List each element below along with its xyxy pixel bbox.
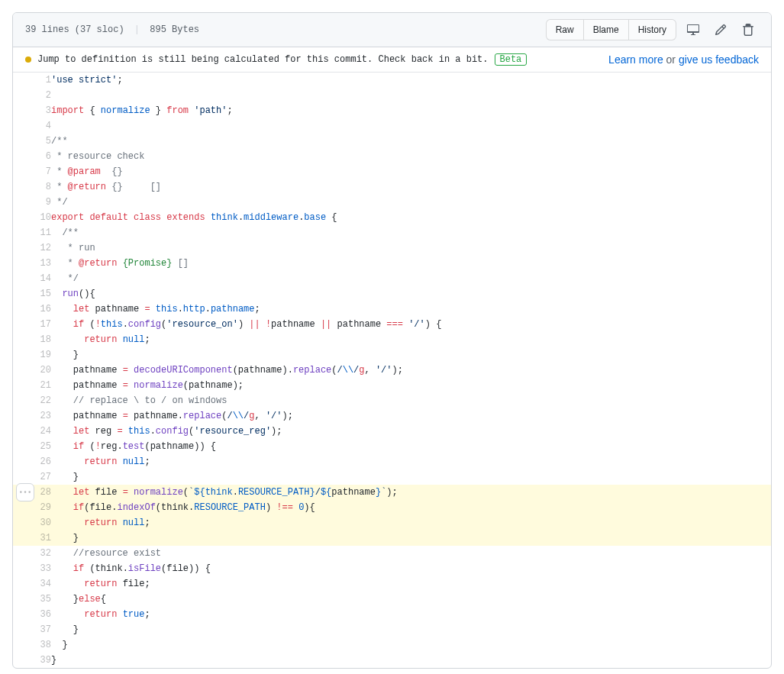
line-number[interactable]: 30 [13, 515, 51, 530]
code-line: 39} [13, 653, 771, 668]
line-number[interactable]: 36 [13, 607, 51, 622]
line-number[interactable]: 25 [13, 439, 51, 454]
line-content[interactable]: pathname = decodeURIComponent(pathname).… [51, 363, 771, 378]
line-number[interactable]: 20 [13, 363, 51, 378]
line-content[interactable]: */ [51, 271, 771, 286]
code-line: 20 pathname = decodeURIComponent(pathnam… [13, 363, 771, 378]
line-content[interactable]: let pathname = this.http.pathname; [51, 302, 771, 317]
line-number[interactable]: 29 [13, 500, 51, 515]
line-number[interactable]: 1 [13, 73, 51, 88]
line-content[interactable]: * @param {} [51, 164, 771, 179]
line-content[interactable]: 'use strict'; [51, 73, 771, 88]
trash-icon[interactable] [737, 19, 759, 40]
raw-button[interactable]: Raw [546, 19, 584, 40]
line-content[interactable]: if (think.isFile(file)) { [51, 561, 771, 576]
status-dot-icon [25, 56, 31, 63]
line-content[interactable]: * @return {} [] [51, 179, 771, 195]
line-number[interactable]: 32 [13, 546, 51, 561]
learn-more-link[interactable]: Learn more [608, 53, 663, 66]
code-line: 37 } [13, 622, 771, 637]
line-content[interactable]: */ [51, 195, 771, 210]
line-number[interactable]: 10 [13, 210, 51, 225]
line-content[interactable]: }else{ [51, 592, 771, 607]
line-number[interactable]: 24 [13, 424, 51, 439]
line-number[interactable]: 3 [13, 103, 51, 118]
line-number[interactable]: 18 [13, 332, 51, 347]
line-content[interactable]: return null; [51, 515, 771, 530]
line-content[interactable]: return null; [51, 332, 771, 347]
line-number[interactable]: 27 [13, 469, 51, 485]
line-number[interactable]: 19 [13, 347, 51, 363]
line-number[interactable]: 16 [13, 302, 51, 317]
line-content[interactable]: } [51, 530, 771, 546]
line-number[interactable]: 33 [13, 561, 51, 576]
line-content[interactable]: if (!reg.test(pathname)) { [51, 439, 771, 454]
line-content[interactable]: return true; [51, 607, 771, 622]
line-number[interactable]: 15 [13, 286, 51, 302]
line-number[interactable]: 14 [13, 271, 51, 286]
file-actions: Raw Blame History [546, 19, 759, 40]
line-number[interactable]: 5 [13, 134, 51, 149]
line-content[interactable]: run(){ [51, 286, 771, 302]
feedback-link[interactable]: give us feedback [679, 53, 759, 66]
line-content[interactable]: //resource exist [51, 546, 771, 561]
code-line: 35 }else{ [13, 592, 771, 607]
line-number[interactable]: 31 [13, 530, 51, 546]
code-line: 38 } [13, 637, 771, 653]
line-number[interactable]: 28 [13, 485, 51, 500]
line-number[interactable]: 34 [13, 576, 51, 592]
line-number[interactable]: 6 [13, 149, 51, 164]
line-number[interactable]: 9 [13, 195, 51, 210]
code-line: 15 run(){ [13, 286, 771, 302]
line-content[interactable]: return null; [51, 454, 771, 469]
line-content[interactable] [51, 118, 771, 134]
line-content[interactable]: // replace \ to / on windows [51, 393, 771, 408]
line-content[interactable]: * @return {Promise} [] [51, 256, 771, 271]
code-table: 1'use strict';23import { normalize } fro… [13, 73, 771, 668]
line-number[interactable]: 35 [13, 592, 51, 607]
line-number[interactable]: 22 [13, 393, 51, 408]
blame-button[interactable]: Blame [584, 19, 629, 40]
line-content[interactable]: let reg = this.config('resource_reg'); [51, 424, 771, 439]
line-number[interactable]: 38 [13, 637, 51, 653]
line-number[interactable]: 11 [13, 225, 51, 240]
code-line: 2 [13, 88, 771, 103]
line-content[interactable]: } [51, 637, 771, 653]
pencil-icon[interactable] [710, 19, 731, 40]
line-content[interactable]: * resource check [51, 149, 771, 164]
line-content[interactable] [51, 88, 771, 103]
line-number[interactable]: 12 [13, 240, 51, 256]
line-number[interactable]: 8 [13, 179, 51, 195]
line-number[interactable]: 7 [13, 164, 51, 179]
line-content[interactable]: if (!this.config('resource_on') || !path… [51, 317, 771, 332]
ellipsis-button[interactable] [16, 483, 34, 501]
line-content[interactable]: } [51, 653, 771, 668]
line-number[interactable]: 23 [13, 408, 51, 424]
line-content[interactable]: pathname = pathname.replace(/\\/g, '/'); [51, 408, 771, 424]
history-button[interactable]: History [629, 19, 676, 40]
line-number[interactable]: 37 [13, 622, 51, 637]
line-number[interactable]: 39 [13, 653, 51, 668]
line-number[interactable]: 2 [13, 88, 51, 103]
line-content[interactable]: * run [51, 240, 771, 256]
line-number[interactable]: 13 [13, 256, 51, 271]
line-content[interactable]: import { normalize } from 'path'; [51, 103, 771, 118]
line-content[interactable]: export default class extends think.middl… [51, 210, 771, 225]
line-content[interactable]: return file; [51, 576, 771, 592]
line-content[interactable]: } [51, 622, 771, 637]
line-content[interactable]: /** [51, 134, 771, 149]
line-content[interactable]: if(file.indexOf(think.RESOURCE_PATH) !==… [51, 500, 771, 515]
banner-left: Jump to definition is still being calcul… [25, 53, 527, 66]
code-line: 4 [13, 118, 771, 134]
line-number[interactable]: 4 [13, 118, 51, 134]
line-content[interactable]: } [51, 469, 771, 485]
line-number[interactable]: 26 [13, 454, 51, 469]
line-content[interactable]: /** [51, 225, 771, 240]
line-number[interactable]: 21 [13, 378, 51, 393]
line-content[interactable]: } [51, 347, 771, 363]
line-content[interactable]: let file = normalize(`${think.RESOURCE_P… [51, 485, 771, 500]
desktop-icon[interactable] [682, 19, 704, 40]
line-number[interactable]: 17 [13, 317, 51, 332]
line-content[interactable]: pathname = normalize(pathname); [51, 378, 771, 393]
code-line: 12 * run [13, 240, 771, 256]
